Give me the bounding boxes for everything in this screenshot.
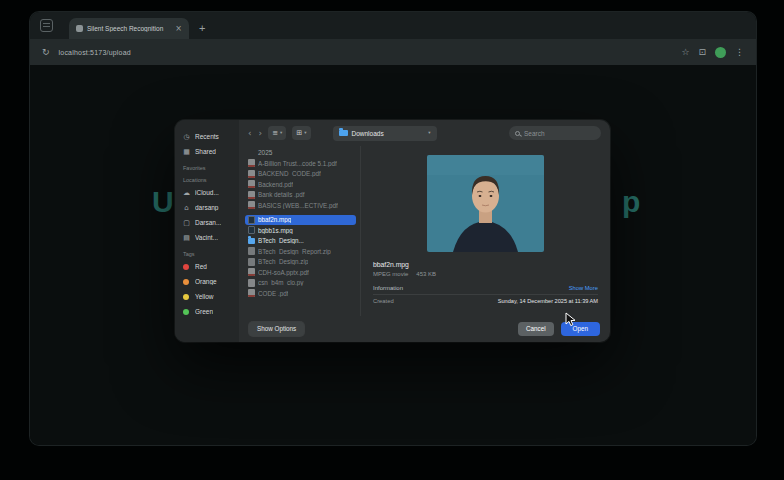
sidebar-item-label: Orange — [195, 278, 217, 285]
browser-window: Silent Speech Recognition × + ↻ localhos… — [30, 12, 756, 445]
sidebar-item-label: Yellow — [195, 293, 214, 300]
tab-favicon — [76, 25, 83, 32]
folder-file-icon — [248, 238, 255, 244]
preview-filename: bbaf2n.mpg — [373, 261, 598, 268]
dialog-toolbar: ‹ › ≡ ▾ ⊞ ▾ Downloads — [239, 120, 610, 146]
sidebar-item-label: Recents — [195, 133, 219, 140]
file-name: CDH-soA.pptx.pdf — [258, 269, 309, 276]
pdf-file-icon — [248, 268, 255, 276]
bookmark-star-icon[interactable]: ☆ — [681, 48, 689, 57]
chevron-down-icon: ▾ — [280, 131, 282, 136]
file-row[interactable]: BTech_Design_Report.zip — [245, 246, 356, 257]
chevron-down-icon: ▾ — [304, 131, 306, 136]
sidebar-top-items: ◷Recents▦Shared — [182, 129, 234, 159]
sidebar-item-darsanp[interactable]: ⌂darsanp — [182, 200, 234, 215]
browser-navbar: ↻ localhost:5173/upload ☆ ⊡ ⋮ — [30, 39, 756, 65]
preview-file-type: MPEG movie — [373, 271, 408, 277]
cloud-icon: ☁ — [182, 189, 191, 197]
refresh-icon[interactable]: ↻ — [42, 48, 50, 57]
sidebar-item-shared[interactable]: ▦Shared — [182, 144, 234, 159]
sidebar-tag-items: RedOrangeYellowGreen — [182, 259, 234, 319]
file-name: CODE .pdf — [258, 290, 288, 297]
sidebar-item-vacint-[interactable]: ▤Vacint... — [182, 230, 234, 245]
sidebar-item-orange[interactable]: Orange — [182, 274, 234, 289]
sidebar-item-recents[interactable]: ◷Recents — [182, 129, 234, 144]
file-row[interactable]: bbaf2n.mpg — [245, 215, 356, 226]
preview-file-meta: MPEG movie 453 KB — [373, 271, 598, 277]
list-view-icon: ≡ — [272, 130, 278, 137]
disk-icon: ▤ — [182, 234, 191, 242]
sidebar-section-tags: Tags — [183, 251, 234, 257]
location-label: Downloads — [352, 130, 425, 137]
browser-menu-icon[interactable]: ⋮ — [735, 48, 744, 57]
sidebar-item-red[interactable]: Red — [182, 259, 234, 274]
code-file-icon — [248, 279, 255, 287]
file-row[interactable]: BASICS (WEB...ECTIVE.pdf — [245, 200, 356, 211]
sidebar-item-icloud-[interactable]: ☁iCloud... — [182, 185, 234, 200]
file-row[interactable]: A-Billion Trust...code 5.1.pdf — [245, 158, 356, 169]
window-menu-icon[interactable] — [40, 19, 53, 32]
sidebar-item-label: Red — [195, 263, 207, 270]
video-preview-thumbnail — [427, 155, 544, 252]
sidebar-item-darsan-[interactable]: ▢Darsan... — [182, 215, 234, 230]
file-row[interactable]: Backend.pdf — [245, 179, 356, 190]
dialog-main: ‹ › ≡ ▾ ⊞ ▾ Downloads — [239, 120, 610, 342]
shared-folder-icon: ▦ — [182, 148, 191, 156]
pdf-file-icon — [248, 289, 255, 297]
show-options-button[interactable]: Show Options — [249, 322, 304, 335]
address-bar[interactable]: localhost:5173/upload — [59, 49, 131, 56]
sidebar-location-items: ☁iCloud...⌂darsanp▢Darsan...▤Vacint... — [182, 185, 234, 245]
cancel-button[interactable]: Cancel — [518, 322, 554, 335]
display-icon: ▢ — [182, 219, 191, 227]
view-mode-dropdown[interactable]: ≡ ▾ — [268, 126, 286, 140]
back-icon[interactable]: ‹ — [248, 129, 252, 138]
file-row[interactable]: BACKEND_CODE.pdf — [245, 169, 356, 180]
file-row[interactable]: csn_b4m_clo.py — [245, 278, 356, 289]
file-name: BTech_Design_Report.zip — [258, 248, 331, 255]
created-label: Created — [373, 298, 394, 304]
tag-color-icon — [183, 309, 189, 315]
sidebar-item-yellow[interactable]: Yellow — [182, 289, 234, 304]
movie-file-icon — [248, 226, 255, 234]
location-dropdown[interactable]: Downloads ▾ — [333, 126, 437, 141]
group-dropdown[interactable]: ⊞ ▾ — [292, 126, 310, 140]
search-field[interactable]: Search — [509, 126, 601, 140]
dialog-footer: Show Options Cancel Open — [239, 316, 610, 342]
show-more-link[interactable]: Show More — [569, 285, 598, 291]
file-row[interactable]: CODE .pdf — [245, 288, 356, 299]
information-label: Information — [373, 285, 403, 291]
dialog-sidebar: ◷Recents▦Shared Favorites Locations ☁iCl… — [175, 120, 239, 342]
file-row[interactable]: CDH-soA.pptx.pdf — [245, 267, 356, 278]
file-row[interactable]: Bank details .pdf — [245, 190, 356, 201]
browser-tab-bar: Silent Speech Recognition × + — [30, 12, 756, 39]
browser-tab[interactable]: Silent Speech Recognition × — [69, 18, 189, 39]
group-icon: ⊞ — [296, 130, 302, 137]
sidebar-item-label: Darsan... — [195, 219, 221, 226]
file-name: csn_b4m_clo.py — [258, 279, 304, 286]
file-row[interactable]: BTech_Design... — [245, 236, 356, 247]
sidebar-item-green[interactable]: Green — [182, 304, 234, 319]
pdf-file-icon — [248, 170, 255, 178]
preview-divider — [373, 294, 598, 295]
new-tab-button[interactable]: + — [199, 23, 205, 34]
file-name: bbaf2n.mpg — [258, 216, 291, 223]
page-heading-right-fragment: p — [622, 187, 640, 217]
extensions-icon[interactable]: ⊡ — [698, 48, 706, 57]
sidebar-section-locations: Locations — [183, 177, 234, 183]
forward-icon[interactable]: › — [259, 129, 263, 138]
profile-avatar[interactable] — [715, 47, 726, 58]
zip-file-icon — [248, 247, 255, 255]
desktop-background: Silent Speech Recognition × + ↻ localhos… — [0, 0, 784, 480]
file-row[interactable]: bgbb1s.mpg — [245, 225, 356, 236]
tag-color-icon — [183, 264, 189, 270]
file-name: BACKEND_CODE.pdf — [258, 170, 321, 177]
sidebar-item-label: Shared — [195, 148, 216, 155]
file-open-dialog: ◷Recents▦Shared Favorites Locations ☁iCl… — [175, 120, 610, 342]
tag-color-icon — [183, 279, 189, 285]
mouse-cursor — [565, 312, 577, 327]
file-row[interactable]: BTech_Design.zip — [245, 257, 356, 268]
file-name: BTech_Design.zip — [258, 258, 308, 265]
tab-title: Silent Speech Recognition — [87, 25, 171, 32]
tab-close-icon[interactable]: × — [175, 25, 182, 33]
pdf-file-icon — [248, 159, 255, 167]
